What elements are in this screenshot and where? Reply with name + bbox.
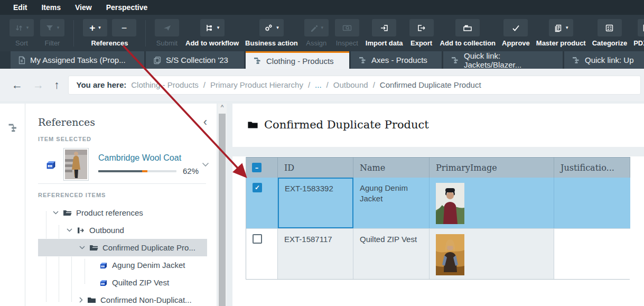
tab-quick-link-up[interactable]: Quick link: Up bbox=[564, 51, 644, 69]
back-arrow-icon[interactable]: ← bbox=[12, 79, 23, 91]
plus-icon: + bbox=[89, 23, 95, 33]
main-heading-card: Confirmed Duplicate Product bbox=[232, 104, 644, 147]
tree-node-label: Agung Denim Jacket bbox=[112, 261, 185, 270]
column-header-name[interactable]: Name bbox=[353, 157, 430, 178]
dropdown-caret-icon: ▾ bbox=[321, 25, 324, 30]
tree-node-label: Quilted ZIP Vest bbox=[112, 278, 169, 287]
tree-node-agung-denim-jacket[interactable]: Agung Denim Jacket bbox=[0, 256, 217, 274]
breadcrumb-item[interactable]: Outbound bbox=[333, 80, 368, 89]
cell-justification[interactable] bbox=[554, 178, 630, 228]
selected-item-name[interactable]: Cambridge Wool Coat bbox=[98, 153, 199, 163]
cell-primary-image[interactable] bbox=[430, 228, 554, 279]
select-all-header-cell: – bbox=[246, 157, 278, 178]
tree-node-confirmed-non-duplicate[interactable]: Confirmed Non-Duplicat... bbox=[0, 291, 217, 306]
selected-item-row[interactable]: Cambridge Wool Coat 62% bbox=[45, 148, 207, 181]
pdx-channel-button[interactable]: ▾ PDX chan bbox=[633, 19, 644, 47]
master-product-button[interactable]: ▾ Master product bbox=[536, 19, 586, 47]
collapse-panel-icon[interactable]: ‹ bbox=[203, 116, 207, 128]
chevron-down-icon[interactable] bbox=[0, 211, 59, 215]
tab-label: Quick link: Up bbox=[585, 55, 634, 64]
product-photo bbox=[436, 183, 548, 224]
export-button[interactable]: Export bbox=[409, 19, 434, 47]
completeness-progress-bar bbox=[98, 170, 176, 172]
categorize-button[interactable]: Categorize bbox=[592, 19, 627, 47]
add-to-workflow-button[interactable]: ▾ Add to workflow bbox=[185, 19, 239, 47]
folder-icon bbox=[247, 120, 258, 129]
collection-folder-icon bbox=[463, 24, 472, 32]
menu-perspective[interactable]: Perspective bbox=[106, 3, 148, 12]
tab-my-assigned-tasks[interactable]: My Assigned Tasks (Prop... bbox=[11, 51, 144, 69]
completeness-percent: 62% bbox=[183, 166, 199, 175]
hierarchy-icon bbox=[253, 57, 262, 65]
sidebar-scrollbar[interactable]: ^ bbox=[218, 104, 227, 306]
master-product-icon bbox=[554, 24, 563, 32]
breadcrumb-ellipsis[interactable]: ... bbox=[315, 80, 322, 89]
tree-node-product-references[interactable]: Product references bbox=[0, 204, 217, 221]
cell-primary-image[interactable] bbox=[430, 178, 554, 228]
row-select-cell bbox=[246, 228, 278, 279]
breadcrumb-item[interactable]: Clothing - Products bbox=[131, 80, 199, 89]
menu-bar: Edit Items View Perspective bbox=[0, 0, 644, 15]
tree-node-confirmed-duplicate[interactable]: Confirmed Duplicate Pro... bbox=[0, 239, 217, 256]
collection-stack-icon bbox=[153, 56, 161, 64]
chevron-down-icon[interactable] bbox=[0, 228, 72, 232]
cell-justification[interactable] bbox=[554, 228, 630, 279]
tab-label: Clothing - Products bbox=[266, 57, 334, 66]
import-data-button[interactable]: Import data bbox=[366, 19, 403, 47]
submit-button: Submit bbox=[155, 19, 179, 47]
folder-closed-icon bbox=[87, 296, 96, 304]
workflow-icon bbox=[205, 24, 214, 32]
tab-axes-products[interactable]: Axes - Products bbox=[351, 51, 442, 69]
chevron-down-icon[interactable] bbox=[202, 162, 209, 167]
tab-label: Axes - Products bbox=[371, 55, 427, 64]
task-document-icon bbox=[18, 56, 25, 64]
dropdown-caret-icon: ▾ bbox=[566, 25, 568, 30]
column-header-id[interactable]: ID bbox=[278, 157, 353, 178]
inspect-button: Inspect bbox=[335, 19, 359, 47]
row-checkbox-unchecked[interactable] bbox=[253, 234, 262, 244]
breadcrumb-item[interactable]: Primary Product Hierarchy bbox=[210, 80, 303, 89]
menu-items[interactable]: Items bbox=[41, 3, 61, 12]
tab-clothing-products[interactable]: Clothing - Products bbox=[246, 51, 349, 69]
row-checkbox-checked[interactable]: ✓ bbox=[253, 183, 262, 192]
sort-button: ▾ Sort bbox=[10, 19, 34, 47]
add-reference-button[interactable]: + ▾ bbox=[83, 19, 107, 36]
cell-id[interactable]: EXT-1587117 bbox=[278, 228, 353, 279]
tree-node-outbound[interactable]: Outbound bbox=[0, 221, 217, 239]
tree-node-quilted-zip-vest[interactable]: Quilted ZIP Vest bbox=[0, 274, 217, 291]
remove-reference-button[interactable]: − bbox=[112, 19, 136, 36]
tree-node-label: Product references bbox=[76, 208, 143, 217]
hierarchy-icon[interactable] bbox=[7, 123, 18, 133]
check-icon: ✓ bbox=[255, 183, 260, 192]
menu-edit[interactable]: Edit bbox=[13, 3, 27, 12]
dropdown-caret-icon: ▾ bbox=[98, 25, 101, 30]
scroll-up-icon[interactable]: ^ bbox=[218, 104, 227, 113]
breadcrumb: You are here: Clothing - Products / Prim… bbox=[68, 76, 641, 95]
tab-quick-link-jackets[interactable]: Quick link: Jackets/Blazer... bbox=[443, 51, 563, 69]
column-header-primary-image[interactable]: PrimaryImage bbox=[430, 157, 554, 178]
dropdown-caret-icon: ▾ bbox=[217, 25, 220, 30]
export-icon bbox=[417, 24, 426, 32]
chevron-down-icon[interactable] bbox=[0, 246, 85, 249]
approve-button[interactable]: Approve bbox=[502, 19, 530, 47]
cell-name[interactable]: Agung Denim Jacket bbox=[353, 178, 430, 228]
breadcrumb-prefix: You are here: bbox=[77, 80, 127, 89]
hierarchy-icon bbox=[451, 56, 459, 64]
tab-ss-collection[interactable]: S/S Collection '23 bbox=[146, 51, 244, 69]
outbound-reference-icon bbox=[77, 227, 85, 234]
tree-node-label: Outbound bbox=[89, 226, 124, 235]
scrollbar-thumb[interactable] bbox=[219, 114, 226, 306]
menu-view[interactable]: View bbox=[75, 3, 92, 12]
select-all-checkbox[interactable]: – bbox=[252, 163, 262, 172]
chevron-right-icon[interactable] bbox=[0, 297, 83, 303]
business-action-button[interactable]: ▾ Business action bbox=[245, 19, 298, 47]
add-to-collection-button[interactable]: Add to collection bbox=[440, 19, 496, 47]
cell-id[interactable]: EXT-1583392 bbox=[278, 178, 353, 228]
up-arrow-icon[interactable]: ↑ bbox=[54, 79, 60, 91]
breadcrumb-separator: / bbox=[308, 80, 310, 89]
sort-icon bbox=[15, 24, 23, 32]
gears-icon bbox=[264, 24, 273, 32]
column-header-justification[interactable]: Justificatio... bbox=[554, 157, 630, 178]
breadcrumb-current: Confirmed Duplicate Product bbox=[380, 80, 481, 89]
cell-name[interactable]: Quilted ZIP Vest bbox=[353, 228, 430, 279]
